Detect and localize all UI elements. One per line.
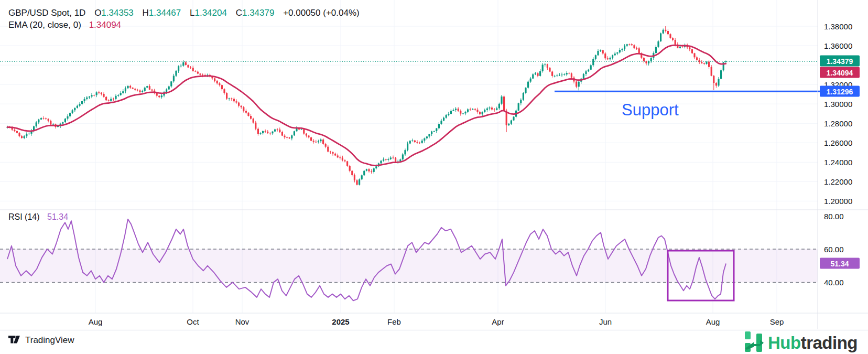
time-axis-label: Sep	[770, 317, 784, 326]
ema-line[interactable]	[7, 45, 726, 166]
rsi-axis-label: 40.00	[824, 278, 844, 287]
ohlc-row: GBP/USD Spot, 1D O1.34353 H1.34467 L1.34…	[8, 7, 360, 19]
rsi-axis-label: 80.00	[824, 211, 844, 220]
time-axis-label: Aug	[89, 317, 103, 326]
chart-canvas[interactable]	[0, 0, 868, 329]
rsi-band	[0, 249, 818, 282]
ema-label: EMA (20, close, 0)	[8, 20, 81, 30]
low-value: 1.34204	[194, 8, 226, 18]
open-label: O	[94, 8, 101, 18]
open-value: 1.34353	[101, 8, 133, 18]
hubtrading-icon	[744, 331, 764, 354]
price-axis-label: 1.24000	[824, 158, 852, 167]
price-axis-label: 1.20000	[824, 197, 852, 206]
time-axis-label: Apr	[492, 317, 504, 326]
rsi-value: 51.34	[47, 212, 68, 221]
symbol-legend[interactable]: GBP/USD Spot, 1D O1.34353 H1.34467 L1.34…	[8, 7, 360, 31]
price-axis-label: 1.26000	[824, 138, 852, 147]
high-value: 1.34467	[149, 8, 181, 18]
ema-value: 1.34094	[89, 20, 121, 30]
time-axis-label: Nov	[235, 317, 249, 326]
hubtrading-logo[interactable]: Hubtrading	[744, 331, 858, 354]
rsi-label: RSI (14)	[8, 212, 40, 221]
price-axis-label: 1.22000	[824, 177, 852, 186]
tradingview-label: TradingView	[25, 335, 74, 346]
close-value: 1.34379	[242, 8, 274, 18]
time-axis-label: 2025	[332, 317, 349, 326]
hubtrading-wordmark: Hubtrading	[768, 333, 858, 353]
price-badge: 1.34379	[820, 56, 860, 67]
ema-row: EMA (20, close, 0) 1.34094	[8, 19, 360, 31]
brand-hub: Hub	[768, 333, 801, 352]
time-axis-label: Oct	[187, 317, 199, 326]
price-badge: 1.31296	[820, 86, 860, 97]
time-axis-label: Aug	[706, 317, 720, 326]
symbol-title: GBP/USD Spot, 1D	[8, 8, 85, 18]
high-label: H	[143, 8, 149, 18]
rsi-badge: 51.34	[820, 258, 860, 269]
tradingview-attribution[interactable]: TradingView	[8, 335, 74, 346]
chart-window: GBP/USD Spot, 1D O1.34353 H1.34467 L1.34…	[0, 0, 868, 354]
time-axis-label: Jun	[599, 317, 612, 326]
candles-layer[interactable]	[6, 26, 726, 186]
tradingview-icon	[8, 336, 21, 346]
support-annotation-label[interactable]: Support	[622, 101, 679, 120]
price-axis-label: 1.28000	[824, 119, 852, 128]
brand-trading: trading	[801, 333, 858, 352]
time-axis-label: Feb	[387, 317, 401, 326]
price-axis-label: 1.38000	[824, 22, 852, 31]
close-label: C	[236, 8, 242, 18]
change-value: +0.00050 (+0.04%)	[283, 8, 360, 18]
price-axis-label: 1.36000	[824, 41, 852, 50]
footer-bar: TradingView Hubtrading	[0, 330, 868, 354]
price-badge: 1.34094	[820, 67, 860, 78]
rsi-legend[interactable]: RSI (14) 51.34	[8, 212, 68, 222]
rsi-axis-label: 60.00	[824, 245, 844, 254]
price-axis-label: 1.30000	[824, 100, 852, 109]
